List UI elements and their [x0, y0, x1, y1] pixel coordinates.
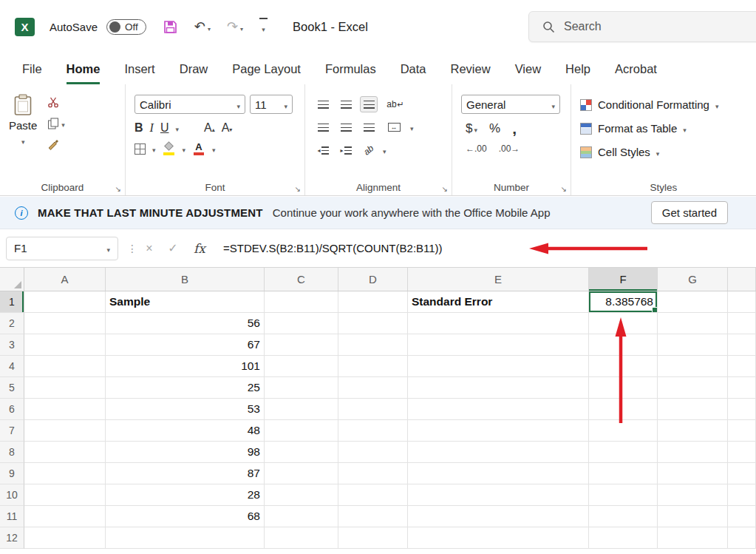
undo-button[interactable]: ↶: [194, 19, 211, 35]
cell-D3[interactable]: [338, 334, 408, 356]
row-header-2[interactable]: 2: [0, 313, 24, 334]
row-header-6[interactable]: 6: [0, 399, 24, 420]
cell-overflow7[interactable]: [728, 420, 756, 442]
tab-help[interactable]: Help: [565, 53, 590, 84]
merge-center-button[interactable]: ↔: [383, 119, 405, 135]
cell-B8[interactable]: 98: [106, 442, 265, 463]
cancel-icon[interactable]: ×: [137, 242, 161, 255]
column-header-overflow[interactable]: [728, 268, 756, 291]
cell-B5[interactable]: 25: [106, 377, 265, 399]
font-name-select[interactable]: Calibri: [134, 95, 245, 114]
row-header-11[interactable]: 11: [0, 506, 24, 527]
tab-data[interactable]: Data: [401, 53, 426, 84]
cell-B1[interactable]: Sample: [106, 291, 265, 313]
column-header-A[interactable]: A: [24, 268, 106, 291]
cell-E3[interactable]: [408, 334, 589, 356]
row-header-4[interactable]: 4: [0, 356, 24, 377]
cell-overflow11[interactable]: [728, 506, 756, 527]
borders-icon[interactable]: [134, 143, 146, 155]
fill-color-icon[interactable]: [163, 142, 176, 155]
cell-D9[interactable]: [338, 463, 408, 484]
cell-D11[interactable]: [338, 506, 408, 527]
select-all-corner[interactable]: [0, 268, 24, 291]
cell-D6[interactable]: [338, 399, 408, 420]
format-as-table-button[interactable]: Format as Table: [580, 119, 749, 138]
row-header-7[interactable]: 7: [0, 420, 24, 442]
column-header-C[interactable]: C: [265, 268, 338, 291]
cell-overflow9[interactable]: [728, 463, 756, 484]
cell-E11[interactable]: [408, 506, 589, 527]
row-header-9[interactable]: 9: [0, 463, 24, 484]
align-right-button[interactable]: [360, 119, 378, 135]
cell-E6[interactable]: [408, 399, 589, 420]
chevron-down-icon[interactable]: [212, 142, 216, 155]
conditional-formatting-button[interactable]: Conditional Formatting: [580, 95, 749, 114]
cut-button[interactable]: [47, 96, 65, 108]
excel-logo-icon[interactable]: X: [15, 18, 35, 36]
cell-D8[interactable]: [338, 442, 408, 463]
cell-C7[interactable]: [265, 420, 338, 442]
cell-overflow8[interactable]: [728, 442, 756, 463]
underline-button[interactable]: U: [160, 121, 169, 135]
cell-E2[interactable]: [408, 313, 589, 334]
dialog-launcher-icon[interactable]: ↘: [115, 185, 121, 193]
decrease-font-button[interactable]: A: [222, 121, 233, 135]
autosave-toggle[interactable]: Off: [106, 19, 146, 35]
cell-G12[interactable]: [658, 527, 728, 549]
get-started-button[interactable]: Get started: [651, 201, 728, 224]
row-header-8[interactable]: 8: [0, 442, 24, 463]
dialog-launcher-icon[interactable]: ↘: [295, 185, 301, 193]
cell-B9[interactable]: 87: [106, 463, 265, 484]
cell-A10[interactable]: [24, 484, 106, 506]
row-header-3[interactable]: 3: [0, 334, 24, 356]
cell-E9[interactable]: [408, 463, 589, 484]
cell-A5[interactable]: [24, 377, 106, 399]
cell-overflow5[interactable]: [728, 377, 756, 399]
column-header-G[interactable]: G: [658, 268, 728, 291]
chevron-down-icon[interactable]: [183, 142, 186, 155]
cell-C11[interactable]: [265, 506, 338, 527]
cell-C6[interactable]: [265, 399, 338, 420]
cell-styles-button[interactable]: Cell Styles: [580, 143, 749, 161]
paste-button[interactable]: Paste: [9, 90, 37, 151]
bold-button[interactable]: B: [134, 121, 143, 135]
column-header-B[interactable]: B: [106, 268, 265, 291]
cell-A1[interactable]: [24, 291, 106, 313]
number-format-select[interactable]: General: [461, 95, 560, 114]
cell-G10[interactable]: [658, 484, 728, 506]
cell-overflow12[interactable]: [728, 527, 756, 549]
save-button[interactable]: [163, 19, 178, 35]
cell-F8[interactable]: [589, 442, 658, 463]
cell-A12[interactable]: [24, 527, 106, 549]
tab-acrobat[interactable]: Acrobat: [615, 53, 657, 84]
column-header-F[interactable]: F: [589, 268, 658, 291]
tab-file[interactable]: File: [22, 53, 42, 84]
cell-C8[interactable]: [265, 442, 338, 463]
cell-A3[interactable]: [24, 334, 106, 356]
font-size-select[interactable]: 11: [250, 95, 293, 114]
cell-A6[interactable]: [24, 399, 106, 420]
cell-overflow6[interactable]: [728, 399, 756, 420]
cell-G6[interactable]: [658, 399, 728, 420]
cell-B2[interactable]: 56: [106, 313, 265, 334]
cell-G8[interactable]: [658, 442, 728, 463]
column-header-D[interactable]: D: [338, 268, 408, 291]
orientation-button[interactable]: ab: [360, 142, 378, 158]
italic-button[interactable]: I: [150, 121, 154, 135]
cell-G4[interactable]: [658, 356, 728, 377]
cell-A8[interactable]: [24, 442, 106, 463]
tab-view[interactable]: View: [515, 53, 541, 84]
name-box[interactable]: F1: [6, 237, 118, 260]
enter-icon[interactable]: ✓: [161, 241, 185, 255]
align-left-button[interactable]: [314, 119, 332, 135]
decrease-indent-button[interactable]: ◂: [314, 142, 332, 158]
tab-insert[interactable]: Insert: [124, 53, 154, 84]
chevron-down-icon[interactable]: [175, 121, 179, 135]
cell-G9[interactable]: [658, 463, 728, 484]
tab-review[interactable]: Review: [451, 53, 491, 84]
cell-E7[interactable]: [408, 420, 589, 442]
cell-overflow1[interactable]: [728, 291, 756, 313]
cell-B4[interactable]: 101: [106, 356, 265, 377]
font-color-icon[interactable]: A: [192, 143, 205, 155]
cell-G2[interactable]: [658, 313, 728, 334]
